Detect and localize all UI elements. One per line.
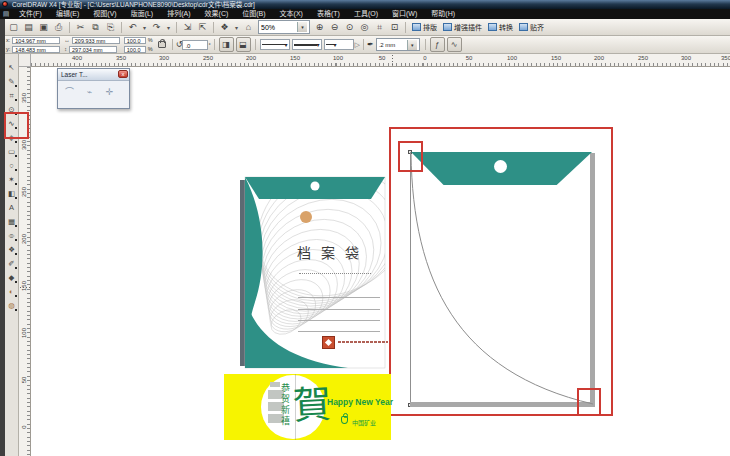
rectangle-tool-icon[interactable]: ▭ xyxy=(6,146,17,157)
close-icon[interactable]: x xyxy=(118,70,128,78)
menu-bitmaps[interactable]: 位图(B) xyxy=(235,9,272,19)
redo-icon[interactable]: ↷ xyxy=(150,21,163,34)
blend-tool-icon[interactable]: ❖ xyxy=(6,244,17,255)
basic-shapes-tool-icon[interactable]: ◧ xyxy=(6,188,17,199)
object-width-field[interactable]: 209.933 mm xyxy=(72,37,120,44)
menu-text[interactable]: 文本(X) xyxy=(273,9,310,19)
redo-dropdown-arrow[interactable]: ▾ xyxy=(165,21,172,34)
eyedropper-tool-icon[interactable]: ✐ xyxy=(6,258,17,269)
company-logo[interactable] xyxy=(322,336,335,349)
menu-window[interactable]: 窗口(W) xyxy=(385,9,424,19)
file-bag-front-design[interactable] xyxy=(228,170,392,370)
crop-tool-icon[interactable]: ⌗ xyxy=(6,90,17,101)
menu-view[interactable]: 视图(V) xyxy=(86,9,123,19)
dropdown-arrow-icon[interactable]: ▾ xyxy=(334,41,337,48)
outline-width-combo[interactable]: .2 mm ▾ xyxy=(376,38,420,51)
paste-icon[interactable]: ⎘ xyxy=(104,21,117,34)
rotation-angle-field[interactable]: .0 xyxy=(182,40,208,50)
end-arrowhead-dropdown[interactable]: ▾ xyxy=(324,39,354,50)
menu-help[interactable]: 帮助(H) xyxy=(424,9,462,19)
flyout-arrow-icon[interactable]: ▷ xyxy=(355,41,360,49)
text-tool-icon[interactable]: A xyxy=(6,202,17,213)
table-tool-icon[interactable]: ▦ xyxy=(6,216,17,227)
menu-edit[interactable]: 编辑(E) xyxy=(49,9,86,19)
app-launcher-dropdown-arrow[interactable]: ▾ xyxy=(233,21,240,34)
mirror-vertical-button[interactable]: ⬓ xyxy=(236,37,251,52)
laser-node-tool-icon[interactable]: ⌒ xyxy=(62,84,77,99)
typeset-label: 排版 xyxy=(423,22,437,32)
v-ruler-label: 0 xyxy=(21,422,27,432)
plugins-button[interactable]: 增强插件 xyxy=(443,22,482,32)
envelope-flap-hole xyxy=(494,160,507,173)
menu-tools[interactable]: 工具(O) xyxy=(347,9,385,19)
typeset-button[interactable]: 排版 xyxy=(412,22,437,32)
undo-dropdown-arrow[interactable]: ▾ xyxy=(141,21,148,34)
bag-button-dot[interactable] xyxy=(300,211,312,223)
new-year-banner-design[interactable]: 恭贺新禧 賀 Happy New Year 中国矿业 xyxy=(224,374,391,440)
pick-tool-icon[interactable]: ↖ xyxy=(6,62,17,73)
scale-h-field[interactable]: 100.0 xyxy=(124,37,146,44)
shape-tool-icon[interactable]: ✎ xyxy=(6,76,17,87)
zoom-out-icon[interactable]: ⊖ xyxy=(328,21,341,34)
dimension-tool-icon[interactable]: ⌯ xyxy=(6,230,17,241)
zoom-actual-icon[interactable]: ⊙ xyxy=(343,21,356,34)
undo-icon[interactable]: ↶ xyxy=(126,21,139,34)
laser-knife-tool-icon[interactable]: ✛ xyxy=(102,84,117,99)
menu-file[interactable]: 文件(F) xyxy=(12,9,49,19)
object-height-field[interactable]: 297.034 mm xyxy=(69,46,117,53)
laser-line-tool-icon[interactable]: ⌁ xyxy=(82,84,97,99)
scale-v-field[interactable]: 100.0 xyxy=(124,46,146,53)
zoom-level-combo[interactable]: 50% ▾ xyxy=(258,20,310,34)
zoom-page-icon[interactable]: ⌗ xyxy=(373,21,386,34)
menu-layout[interactable]: 版面(L) xyxy=(124,9,161,19)
copy-icon[interactable]: ⧉ xyxy=(89,21,102,34)
dropdown-arrow-icon[interactable]: ▾ xyxy=(285,41,288,48)
outline-pen-tool-icon[interactable]: ◆ xyxy=(6,272,17,283)
ruler-origin-corner[interactable] xyxy=(19,54,31,67)
laser-floating-toolbar[interactable]: Laser T... x ⌒ ⌁ ✛ xyxy=(57,68,130,109)
v-ruler-label: 100 xyxy=(21,328,27,338)
zoom-combo-arrow[interactable]: ▾ xyxy=(297,22,307,32)
brand-name-text[interactable]: 中国矿业 xyxy=(352,418,376,427)
ellipse-tool-icon[interactable]: ○ xyxy=(6,160,17,171)
laser-toolbar-titlebar[interactable]: Laser T... x xyxy=(58,69,129,81)
freehand-smoothing-toggle[interactable]: ∿ xyxy=(447,37,462,52)
standard-toolbar: ▢ ▤ ▣ ⎙ ✂ ⧉ ⎘ ↶ ▾ ↷ ▾ ⇲ ⇱ ❖ ▾ ⌂ 50% ▾ ⊕ … xyxy=(0,19,730,36)
zoom-width-icon[interactable]: ⊡ xyxy=(388,21,401,34)
lock-ratio-icon[interactable] xyxy=(158,41,166,48)
horizontal-ruler[interactable]: 400 350 300 250 200 150 100 50 0 50 100 … xyxy=(31,54,730,67)
x-position-field[interactable]: 104.967 mm xyxy=(12,37,60,44)
menu-effects[interactable]: 效果(C) xyxy=(198,9,236,19)
title-bar[interactable]: CorelDRAW X4 [专业版] - [C:\Users\LUANPHONE… xyxy=(0,0,730,9)
banner-vertical-greeting[interactable]: 恭贺新禧 xyxy=(279,383,292,433)
import-icon[interactable]: ⇲ xyxy=(181,21,194,34)
dropdown-arrow-icon[interactable]: ▾ xyxy=(317,41,320,48)
line-sample xyxy=(326,44,334,45)
start-arrowhead-dropdown[interactable]: ▾ xyxy=(260,39,290,50)
outline-width-arrow[interactable]: ▾ xyxy=(407,40,417,50)
zoom-in-icon[interactable]: ⊕ xyxy=(313,21,326,34)
new-document-icon[interactable]: ▢ xyxy=(7,21,20,34)
wrap-text-toggle[interactable]: ƒ xyxy=(430,37,445,52)
snap-button[interactable]: 贴齐 xyxy=(519,22,544,32)
y-position-field[interactable]: 148.483 mm xyxy=(12,46,60,53)
bag-title-text[interactable]: 档案袋 xyxy=(297,242,369,262)
menu-table[interactable]: 表格(T) xyxy=(310,9,347,19)
line-style-dropdown[interactable]: ▾ xyxy=(292,39,322,50)
app-launcher-icon[interactable]: ❖ xyxy=(218,21,231,34)
interactive-fill-tool-icon[interactable]: ◍ xyxy=(6,300,17,311)
export-icon[interactable]: ⇱ xyxy=(196,21,209,34)
envelope-curve-path[interactable] xyxy=(408,150,596,408)
banner-english-text[interactable]: Happy New Year xyxy=(327,397,393,407)
fill-tool-icon[interactable]: ◐ xyxy=(6,286,17,297)
save-icon[interactable]: ▣ xyxy=(37,21,50,34)
menu-arrange[interactable]: 排列(A) xyxy=(160,9,197,19)
zoom-selected-icon[interactable]: ◎ xyxy=(358,21,371,34)
welcome-screen-icon[interactable]: ⌂ xyxy=(242,21,255,34)
print-icon[interactable]: ⎙ xyxy=(52,21,65,34)
open-icon[interactable]: ▤ xyxy=(22,21,35,34)
cut-icon[interactable]: ✂ xyxy=(74,21,87,34)
mirror-horizontal-button[interactable]: ◨ xyxy=(219,37,234,52)
polygon-tool-icon[interactable]: ✶ xyxy=(6,174,17,185)
convert-button[interactable]: 转换 xyxy=(488,22,513,32)
